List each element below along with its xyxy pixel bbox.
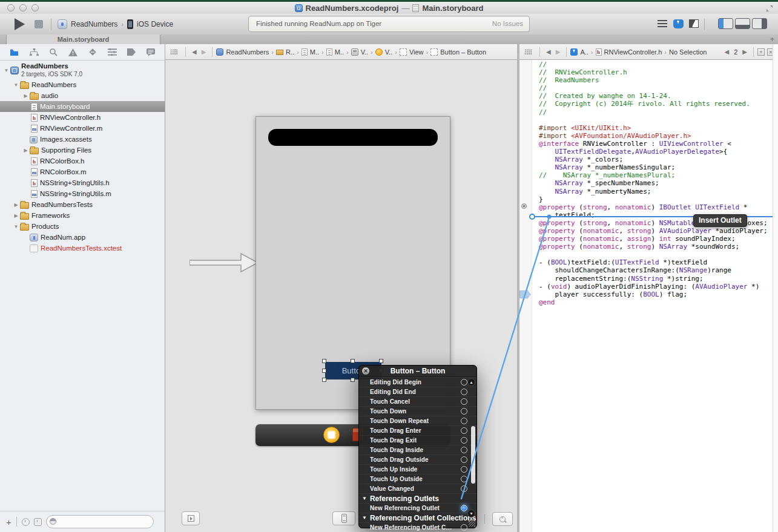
popup-row[interactable]: Editing Did End <box>359 387 476 396</box>
connection-well[interactable] <box>461 456 467 463</box>
selection-handle[interactable] <box>322 359 326 363</box>
issue-navigator-icon[interactable] <box>68 48 77 56</box>
scroll-down-icon[interactable]: ▼ <box>467 510 475 517</box>
popup-section-header[interactable]: ▼Referencing Outlets <box>359 493 476 503</box>
device-size-toggle[interactable] <box>332 511 355 525</box>
standard-editor-button[interactable] <box>655 18 670 30</box>
tree-row[interactable]: mRNColorBox.m <box>0 166 165 177</box>
code-area[interactable]: //// RNViewController.h// ReadNumbers///… <box>519 60 778 532</box>
connection-well[interactable] <box>461 437 467 444</box>
tab-main-storyboard[interactable]: Main.storyboard <box>6 34 160 44</box>
tree-row[interactable]: ReadNum.app <box>0 232 165 243</box>
popup-row[interactable]: New Referencing Outlet <box>359 503 476 513</box>
connection-well[interactable] <box>461 389 467 395</box>
tree-row[interactable]: ReadNumbersTests.xctest <box>0 243 165 254</box>
toggle-navigator-button[interactable] <box>718 18 733 29</box>
back-icon[interactable]: ◀ <box>192 48 197 55</box>
toggle-debug-area-button[interactable] <box>735 18 750 29</box>
popup-row[interactable]: Touch Down Repeat <box>359 416 476 425</box>
popup-resize-handle[interactable] <box>469 520 475 527</box>
disclosure-triangle[interactable]: ▶ <box>22 93 30 99</box>
breadcrumb-item[interactable]: ReadNumbers <box>226 48 269 56</box>
zoom-in-button[interactable] <box>492 512 513 526</box>
toggle-utilities-button[interactable] <box>752 18 767 29</box>
navigator-filter-field[interactable] <box>46 515 154 528</box>
document-outline-toggle[interactable] <box>182 511 200 525</box>
selection-handle[interactable] <box>322 378 326 382</box>
breadcrumb-item[interactable]: RNViewController.h <box>604 48 662 56</box>
selection-handle[interactable] <box>351 359 355 363</box>
connection-well[interactable] <box>461 447 467 453</box>
breadcrumb-item[interactable]: No Selection <box>669 48 707 56</box>
tree-row[interactable]: ▼Products <box>0 221 165 232</box>
breadcrumb-item[interactable]: V.. <box>361 48 368 56</box>
tree-row[interactable]: mNSString+StringUtils.m <box>0 188 165 199</box>
popup-row[interactable]: Touch Cancel <box>359 396 476 406</box>
connection-well[interactable] <box>461 476 467 482</box>
tree-row[interactable]: Images.xcassets <box>0 134 165 145</box>
connection-well[interactable] <box>461 427 467 434</box>
tree-row[interactable]: ▶ReadNumbersTests <box>0 199 165 210</box>
tree-row[interactable]: hRNViewController.h <box>0 112 165 123</box>
popup-row[interactable]: Touch Drag Exit <box>359 435 476 445</box>
popup-row[interactable]: Touch Drag Outside <box>359 455 476 464</box>
disclosure-triangle[interactable]: ▶ <box>22 148 30 153</box>
view-controller-icon[interactable] <box>323 427 340 443</box>
popup-row[interactable]: Touch Drag Enter <box>359 425 476 435</box>
stop-button[interactable] <box>35 20 43 28</box>
recent-files-filter-icon[interactable] <box>22 518 30 526</box>
popup-scrollbar[interactable] <box>471 426 475 484</box>
forward-icon[interactable]: ▶ <box>202 48 206 55</box>
debug-navigator-icon[interactable] <box>108 48 117 56</box>
tree-row[interactable]: ▶audio <box>0 90 165 101</box>
tree-row[interactable]: ▶Frameworks <box>0 210 165 221</box>
popup-row[interactable]: Editing Did Begin <box>359 377 476 387</box>
tree-row[interactable]: mRNViewController.m <box>0 123 165 134</box>
disclosure-triangle[interactable]: ▶ <box>12 213 20 218</box>
version-editor-button[interactable] <box>687 18 701 30</box>
breadcrumb-item[interactable]: R.. <box>286 48 294 56</box>
popup-row[interactable]: Touch Up Outside <box>359 474 476 484</box>
fullscreen-icon[interactable] <box>766 5 773 12</box>
tree-row-project[interactable]: ▼ReadNumbers2 targets, iOS SDK 7.0 <box>0 61 165 79</box>
connection-well[interactable] <box>461 418 467 424</box>
text-field-black[interactable] <box>268 129 438 146</box>
add-file-button[interactable]: + <box>6 517 12 527</box>
popup-row[interactable]: Touch Up Inside <box>359 464 476 474</box>
run-button[interactable] <box>15 18 25 30</box>
related-items-icon[interactable] <box>170 49 178 55</box>
breadcrumb-item[interactable]: Button – Button <box>440 48 486 56</box>
connection-well[interactable] <box>461 466 467 473</box>
scroll-up-icon[interactable]: ▲ <box>467 378 475 386</box>
popup-row[interactable]: New Referencing Outlet Colle... <box>359 522 476 532</box>
connection-well-connected[interactable] <box>461 505 467 511</box>
forward-icon[interactable]: ▶ <box>556 48 561 55</box>
breadcrumb-item[interactable]: M.. <box>335 48 344 56</box>
breadcrumb-item[interactable]: View <box>409 48 424 56</box>
connection-well[interactable] <box>461 379 467 386</box>
disclosure-triangle[interactable]: ▼ <box>2 68 10 73</box>
breadcrumb-item[interactable]: M.. <box>310 48 319 56</box>
connection-well[interactable] <box>461 524 467 531</box>
breadcrumb-item[interactable]: V.. <box>385 48 392 56</box>
filter-input[interactable] <box>60 516 148 527</box>
disclosure-triangle[interactable]: ▶ <box>12 202 20 208</box>
search-navigator-icon[interactable] <box>49 48 58 56</box>
breadcrumb-item[interactable]: A.. <box>580 48 588 56</box>
back-icon[interactable]: ◀ <box>546 48 551 55</box>
new-tab-button[interactable]: + <box>770 34 774 44</box>
disclosure-triangle[interactable]: ▼ <box>12 224 20 229</box>
selection-handle[interactable] <box>322 369 326 373</box>
popup-close-icon[interactable]: ✕ <box>361 367 370 375</box>
popup-row[interactable]: Touch Down <box>359 406 476 416</box>
connection-well[interactable] <box>461 398 467 405</box>
popup-row[interactable]: Touch Drag Inside <box>359 445 476 455</box>
test-navigator-icon[interactable] <box>88 48 97 56</box>
connection-well[interactable] <box>461 408 467 415</box>
symbol-navigator-icon[interactable] <box>30 48 39 56</box>
popup-row[interactable]: Value Changed <box>359 484 476 493</box>
disclosure-triangle[interactable]: ▼ <box>12 82 20 88</box>
tree-row[interactable]: Main.storyboard <box>0 101 165 112</box>
related-items-icon[interactable] <box>524 49 532 55</box>
selection-handle[interactable] <box>379 359 383 363</box>
